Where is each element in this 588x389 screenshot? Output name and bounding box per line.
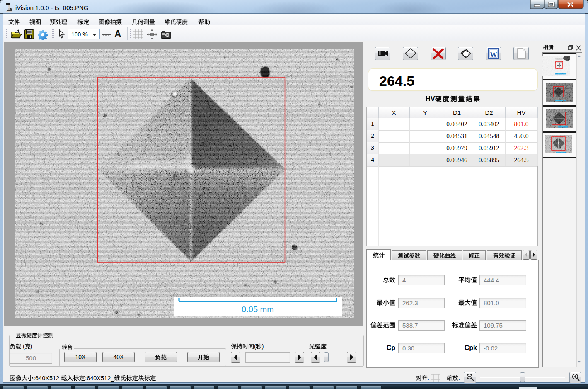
svg-text:W: W [490, 51, 497, 59]
svg-text:0.05 mm: 0.05 mm [242, 305, 274, 314]
